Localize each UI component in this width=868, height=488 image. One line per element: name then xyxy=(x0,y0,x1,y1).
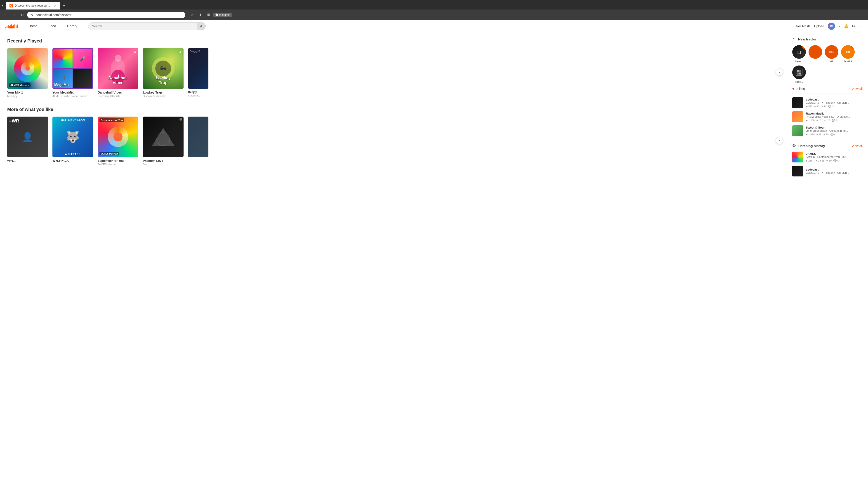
track-stats-codecast-1: ▶ 595 ♥ 65 ⟳ 14 💬 3 xyxy=(806,105,863,108)
sc-icon-dancehall xyxy=(132,50,136,55)
card-lowkey-trap[interactable]: 🕶 LowkeyTrap Lowkey Trap Discovery Playl… xyxy=(143,48,184,98)
card-phantom[interactable]: Phantom Love feat. ... xyxy=(143,117,184,166)
likes-count: ♥ 9 likes xyxy=(792,87,805,91)
download-icon[interactable]: ⬇ xyxy=(197,12,204,18)
recently-played-scroll-right[interactable]: › xyxy=(776,68,783,76)
likes-row: ♥ 9 likes View all xyxy=(792,87,863,94)
card-deejay[interactable]: Deejay-G... Deejay... Artist sta... xyxy=(188,48,209,97)
plays-icon-sweet: ▶ 1,620 xyxy=(806,133,815,136)
card-better-on-lean[interactable]: 🐺 WYLFPACK BETTER ON LEAN WYLFPACK xyxy=(53,117,93,163)
reposts-icon-james: ⟳ 69 xyxy=(826,159,832,162)
artist-avatar-dot xyxy=(809,45,822,59)
history-stats-james: ▶ 256K ♥ 2,525 ⟳ 69 💬 8 xyxy=(806,159,863,162)
sc-badge-swee xyxy=(802,45,806,49)
bookmark-icon[interactable]: ☆ xyxy=(189,12,195,18)
card-title-phantom: Phantom Love xyxy=(143,159,184,162)
track-title-codecast-1: CODECAST X - Theony - Unrelen... xyxy=(806,101,863,104)
nav-home[interactable]: Home xyxy=(23,20,43,32)
search-button[interactable] xyxy=(197,22,206,30)
card-art-your-mix-1: JAMES Mashup xyxy=(7,48,48,89)
track-artist-sweet: Sweet & Sour xyxy=(806,126,863,129)
artist-name-james: JAMES xyxy=(844,60,852,63)
track-title-sweet: Jono Stephenson - Colours In Th... xyxy=(806,129,863,132)
likes-view-all[interactable]: View all xyxy=(852,87,863,91)
for-artists-link[interactable]: For Artists xyxy=(796,24,811,28)
cast-icon[interactable]: 🖥 xyxy=(205,12,212,18)
avatar-dropdown-arrow[interactable]: ▾ xyxy=(839,25,840,28)
card-title-wolf: WYLFPACK xyxy=(53,159,93,162)
new-tab-button[interactable]: + xyxy=(61,2,67,9)
likes-icon-raven: ♥ 101 xyxy=(816,119,823,122)
menu-icon[interactable]: ⋮ xyxy=(234,12,240,18)
card-september[interactable]: September for You JAMES Mashup September… xyxy=(98,117,138,166)
tab-bar: ▾ Discover the top streamed mus... ✕ + xyxy=(0,0,868,9)
artist-james[interactable]: LTU JAMES xyxy=(841,45,855,63)
history-info-codecast: codecast CODECAST X - Theony - Unrelen..… xyxy=(806,168,863,174)
artist-dot[interactable]: . xyxy=(809,45,822,63)
browser-chrome: ▾ Discover the top streamed mus... ✕ + ←… xyxy=(0,0,868,20)
plays-icon-raven: ▶ 2,250 xyxy=(806,119,815,122)
card-art-megamix: 🎤 🎵 MegaMix xyxy=(53,48,93,89)
card-title-lowkey-trap: Lowkey Trap xyxy=(143,91,184,94)
artist-swee[interactable]: ◻ Swee... xyxy=(792,45,806,63)
new-tracks-list: codecast CODECAST X - Theony - Unrelen..… xyxy=(792,97,863,136)
forward-button[interactable]: → xyxy=(11,12,17,18)
nav-feed[interactable]: Feed xyxy=(43,20,61,32)
card-your-mix-1[interactable]: JAMES Mashup Your Mix 1 Moodjoy xyxy=(7,48,48,98)
url-input[interactable] xyxy=(36,13,182,17)
sc-badge-like xyxy=(835,45,838,49)
likes-icon: ♥ 65 xyxy=(814,105,819,108)
history-title-codecast: CODECAST X - Theony - Unrelen... xyxy=(806,171,863,174)
history-title-james: JAMES - September for You (Thr... xyxy=(806,156,863,159)
track-thumb-raven xyxy=(792,111,803,122)
card-art-dancehall: DancehallVibes xyxy=(98,48,138,89)
artist-avatar-james: LTU xyxy=(841,45,855,59)
tab-dropdown[interactable]: ▾ xyxy=(2,4,3,7)
lowkey-trap-overlay: LowkeyTrap xyxy=(145,76,182,85)
card-more-5[interactable] xyxy=(188,117,209,157)
card-sub-phantom: feat. ... xyxy=(143,163,184,166)
nav-library[interactable]: Library xyxy=(61,20,83,32)
notifications-icon[interactable]: 🔔 xyxy=(844,24,848,29)
card-megamix[interactable]: 🎤 🎵 MegaMix Your MegaMix JAMES, Justin B… xyxy=(53,48,93,98)
dancehall-overlay: DancehallVibes xyxy=(99,76,136,85)
track-thumb-sweet xyxy=(792,125,803,136)
artist-like[interactable]: LIKE LIKE ... xyxy=(825,45,838,63)
reposts-icon: ⟳ 14 xyxy=(821,105,827,108)
search-input[interactable] xyxy=(88,22,206,30)
track-item-codecast-1[interactable]: codecast CODECAST X - Theony - Unrelen..… xyxy=(792,97,863,108)
recently-played-cards: JAMES Mashup Your Mix 1 Moodjoy 🎤 🎵 xyxy=(7,48,779,98)
address-bar[interactable] xyxy=(27,12,185,18)
soundcloud-logo[interactable] xyxy=(5,24,18,29)
more-options-icon[interactable]: ··· xyxy=(859,24,863,29)
track-item-sweet[interactable]: Sweet & Sour Jono Stephenson - Colours I… xyxy=(792,125,863,136)
history-track-james[interactable]: JAMES JAMES - September for You (Thr... … xyxy=(792,152,863,162)
card-title-dancehall: Dancehall Vibes xyxy=(98,91,138,94)
recently-played-header: Recently Played xyxy=(7,38,779,43)
tab-title: Discover the top streamed mus... xyxy=(15,4,52,7)
tab-close-button[interactable]: ✕ xyxy=(54,4,57,7)
user-avatar[interactable]: JM xyxy=(828,23,835,30)
messages-icon[interactable]: ✉ xyxy=(852,24,856,29)
more-like-scroll-right[interactable]: › xyxy=(776,137,783,144)
history-view-all[interactable]: View all xyxy=(852,144,863,148)
active-tab[interactable]: Discover the top streamed mus... ✕ xyxy=(6,2,60,9)
artist-name-code: code... xyxy=(795,80,803,83)
comments-icon-raven: 💬 3 xyxy=(832,119,837,122)
artist-code[interactable]: code... xyxy=(792,66,806,83)
card-wr[interactable]: 👤 ≡WR WYL... xyxy=(7,117,48,163)
history-artist-codecast: codecast xyxy=(806,168,863,171)
app-header: Home Feed Library For Artists Upload JM … xyxy=(0,20,868,32)
history-track-codecast[interactable]: codecast CODECAST X - Theony - Unrelen..… xyxy=(792,166,863,176)
track-item-raven[interactable]: Raven Musik PREMIERE: Nosh & SJ - Dreams… xyxy=(792,111,863,122)
content-area: Recently Played xyxy=(0,32,786,184)
history-thumb-james xyxy=(792,152,803,162)
back-button[interactable]: ← xyxy=(3,12,9,18)
heart-icon: ♥ xyxy=(792,87,795,91)
card-art-september: September for You JAMES Mashup xyxy=(98,117,138,157)
card-dancehall-vibes[interactable]: DancehallVibes Dancehall Vibes Discovery… xyxy=(98,48,138,98)
upload-button[interactable]: Upload xyxy=(814,24,824,28)
reload-button[interactable]: ↻ xyxy=(19,12,25,18)
new-tracks-artists-list: ◻ Swee... . xyxy=(792,45,863,83)
main-nav: Home Feed Library xyxy=(23,20,83,32)
